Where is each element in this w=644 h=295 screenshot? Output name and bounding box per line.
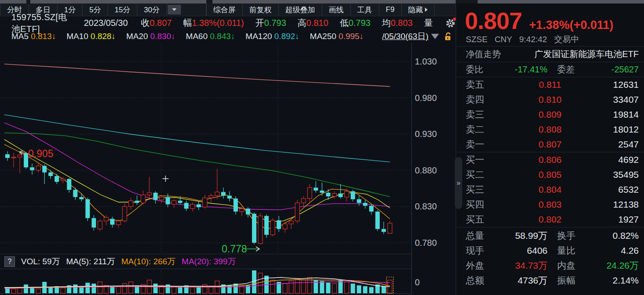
ask-levels: 卖五0.81112631卖四0.81033407卖三0.80919814卖二0.… — [456, 77, 644, 152]
stat-row: 外盘34.73万内盘24.26万 — [456, 258, 644, 273]
toolbar-item-0[interactable]: 综合屏 — [206, 4, 243, 16]
toolbar-item-period-4[interactable]: 15分 — [108, 4, 137, 16]
currency-label: CNY — [495, 35, 512, 44]
ask-row[interactable]: 卖一0.8072547 — [456, 137, 644, 152]
quote-time: 9:42:42 — [519, 35, 547, 44]
ask-price: 0.808 — [514, 124, 586, 135]
ask-volume: 33407 — [586, 94, 639, 105]
stat-row: 总量58.99万换手0.82% — [456, 228, 644, 243]
bid-levels: 买一0.8064692买二0.80535495买三0.8046532买四0.80… — [456, 152, 644, 227]
vol-value: VOL: 59万 — [21, 256, 60, 267]
toolbar-item-5[interactable]: F9 — [379, 4, 402, 16]
stat-label: 换手 — [557, 230, 599, 242]
quote-field-量: 量 — [424, 17, 433, 29]
order-book-panel: 0.807 +1.38%(+0.011) SZSE CNY 9:42:42 交易… — [456, 4, 644, 295]
bid-volume: 1927 — [586, 214, 639, 225]
help-button[interactable]: ? — [4, 256, 15, 267]
toolbar-item-period-3[interactable]: 5分 — [83, 4, 108, 16]
vol-ma5-value: MA(5): 211万 — [66, 256, 115, 267]
weibi-value: -17.41% — [507, 65, 547, 75]
ma-value-ma60: MA60 0.843↓ — [186, 32, 235, 41]
toolbar-item-hide[interactable]: 隐藏 — [402, 4, 435, 16]
settings-gear-button[interactable] — [445, 17, 457, 31]
weicha-label: 委差 — [557, 64, 599, 76]
collapse-icon: » — [457, 179, 461, 187]
stat-value: 34.73万 — [507, 259, 547, 272]
nav-label[interactable]: 净值走势 — [466, 48, 501, 60]
quote-fields: 收0.807幅1.38%(0.011)开0.793高0.810低0.793均0.… — [141, 17, 444, 29]
bid-row[interactable]: 买一0.8064692 — [456, 152, 644, 167]
bid-label: 买一 — [466, 154, 514, 166]
bid-label: 买三 — [466, 183, 514, 196]
ma250-line — [4, 64, 390, 86]
stat-label: 总量 — [466, 230, 507, 242]
gear-icon — [445, 17, 457, 29]
arrow-right-icon — [425, 7, 428, 12]
candlestick-chart-canvas[interactable]: 0.9050.778 — [0, 43, 411, 254]
unlock-icon[interactable] — [443, 32, 452, 41]
bid-row[interactable]: 买二0.80535495 — [456, 167, 644, 182]
stat-value: 6406 — [507, 245, 547, 256]
field-label: 量 — [424, 18, 433, 28]
stat-label: 振幅 — [557, 274, 599, 287]
ma-label: MA20 — [126, 32, 150, 41]
toolbar-item-1[interactable]: 前复权 — [243, 4, 279, 16]
stat-row: 总额4736万振幅2.14% — [456, 273, 644, 288]
toolbar-item-3[interactable]: 画线 — [322, 4, 351, 16]
date-range-control[interactable]: /05/30(63日) — [382, 31, 428, 42]
bid-price: 0.803 — [514, 199, 586, 210]
field-label: 收 — [141, 18, 150, 28]
ma-label: MA250 — [310, 32, 338, 41]
ma120-line — [4, 115, 390, 162]
ma-number: 0.828↓ — [90, 32, 115, 41]
ask-volume: 19814 — [586, 109, 639, 120]
help-icon: ? — [8, 258, 12, 266]
panel-collapse-handle[interactable]: » — [455, 157, 462, 209]
ask-row[interactable]: 卖三0.80919814 — [456, 107, 644, 122]
field-value: 1.38%(0.011) — [192, 18, 244, 28]
nav-row: 净值走势 广发国证新能源车电池ETF — [456, 47, 644, 62]
chevron-down-icon[interactable] — [431, 34, 439, 39]
toolbar-item-2[interactable]: 超级叠加 — [279, 4, 322, 16]
ask-label: 卖三 — [466, 108, 514, 121]
stat-label: 内盘 — [557, 259, 599, 272]
bid-label: 买五 — [466, 213, 514, 226]
stat-label: 外盘 — [466, 259, 507, 272]
bid-volume: 12138 — [586, 199, 639, 210]
ask-label: 卖五 — [466, 79, 514, 91]
bid-row[interactable]: 买三0.8046532 — [456, 182, 644, 197]
field-label: 高 — [298, 18, 306, 28]
quote-date: 2023/05/30 — [84, 18, 128, 28]
candles-group — [5, 151, 392, 244]
bid-volume: 4692 — [586, 155, 639, 165]
toolbar-item-4[interactable]: 工具 — [351, 4, 379, 16]
quote-field-收: 收0.807 — [141, 17, 172, 29]
ask-row[interactable]: 卖五0.81112631 — [456, 77, 644, 92]
ma-label: MA60 — [186, 32, 210, 41]
period-dropdown-button[interactable] — [168, 5, 181, 14]
volume-pane[interactable] — [0, 269, 411, 294]
ma-label: MA120 — [245, 32, 274, 41]
bid-label: 买二 — [466, 169, 514, 181]
stat-label: 总额 — [466, 274, 507, 287]
price-change: +1.38%(+0.011) — [529, 18, 613, 32]
field-value: 0.807 — [150, 18, 172, 28]
stat-value: 24.26万 — [599, 259, 639, 272]
ask-row[interactable]: 卖四0.81033407 — [456, 92, 644, 107]
ask-row[interactable]: 卖二0.80818012 — [456, 122, 644, 137]
bid-row[interactable]: 买五0.8021927 — [456, 212, 644, 227]
trading-app-window: 分时多日1分5分15分30分 综合屏前复权超级叠加画线工具F9 隐藏 15975… — [0, 0, 644, 295]
bid-price: 0.802 — [514, 214, 586, 225]
ma-value-ma10: MA10 0.828↓ — [66, 32, 115, 41]
exchange-label: SZSE — [466, 35, 488, 44]
toolbar-item-period-5[interactable]: 30分 — [137, 4, 167, 16]
ask-price: 0.809 — [514, 109, 586, 120]
stat-label: 量比 — [557, 245, 599, 257]
stat-value: 4736万 — [507, 274, 547, 287]
trading-status: 交易中 — [554, 34, 579, 45]
field-value: 0.793 — [264, 18, 286, 28]
high-annotation: 0.905 — [28, 148, 54, 159]
bid-row[interactable]: 买四0.80312138 — [456, 197, 644, 212]
toolbar-right-group: 综合屏前复权超级叠加画线工具F9 — [206, 4, 402, 16]
ma-number: 0.843↓ — [210, 32, 235, 41]
